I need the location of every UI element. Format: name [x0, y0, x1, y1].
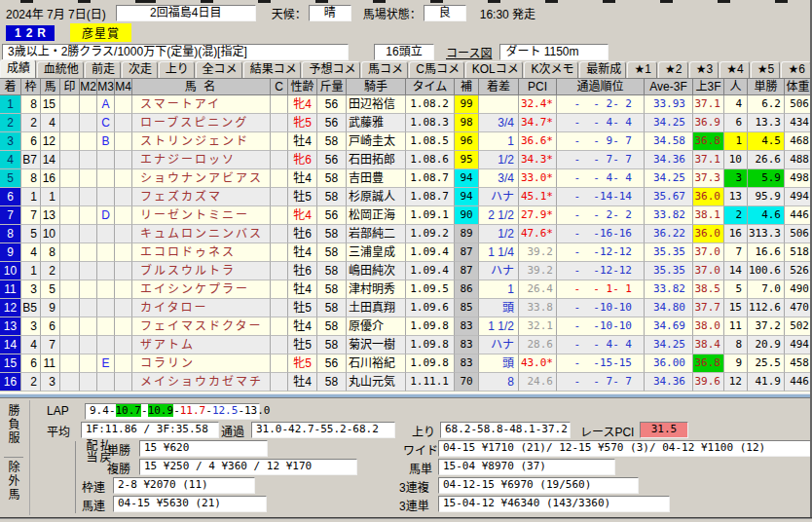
cell-mark-m3 [97, 151, 115, 169]
tab-8[interactable]: 予想コメ [302, 61, 360, 78]
cell-mark-m4 [115, 225, 132, 243]
table-row[interactable]: 4B714エナジーロッソ牝656石田拓郎1.08.6951/234.3*- - … [0, 151, 812, 169]
cell-pci: 28.6 [519, 336, 557, 354]
cell-weight-carried: 56 [317, 151, 347, 169]
cell-popularity: 9 [724, 354, 748, 373]
cell-finish-position: 2 [0, 114, 21, 132]
cell-mark-m2 [80, 95, 97, 114]
tab-3[interactable]: 前走 [85, 61, 121, 78]
cell-jockey-name: 田辺裕信 [347, 95, 406, 114]
cell-win-odds: 26.6 [748, 151, 785, 169]
col-header-mark: 印 [60, 79, 80, 95]
table-row[interactable]: 3612Bストリンジェンド牡458戸崎圭太1.08.596136.6*- - 9… [0, 132, 812, 151]
cell-last-3f: 37.1 [693, 95, 724, 114]
cell-margin: 1 1/2 [479, 317, 519, 336]
cell-margin: 1 1/4 [479, 243, 519, 262]
cell-sex-age: 牡5 [288, 299, 317, 317]
cell-mark-m4 [115, 336, 132, 354]
cell-win-odds: 20.9 [748, 336, 785, 354]
cell-mark-m2 [80, 114, 97, 132]
col-header-finish-position: 着 [0, 79, 21, 95]
cell-horse-weight: 506 [785, 225, 812, 243]
table-row[interactable]: 15611Eコラリン牝556石川裕紀1.09.883頭43.0*- -15-15… [0, 354, 812, 373]
tab-17[interactable]: ★4 [720, 61, 750, 78]
table-row[interactable]: 1135エイシンケプラー牡458津村明秀1.09.586126.4- - 1- … [0, 280, 812, 299]
vertical-tab-excluded[interactable]: 除外馬 [6, 461, 21, 502]
table-row[interactable]: 1012ブルスウルトラ牡658嶋田純次1.09.487ハナ39.2- -12-1… [0, 262, 812, 280]
cell-ave-3f: 33.82 [645, 280, 693, 299]
lap-values: 9.4-10.7-10.9-11.7-12.5-13.0 [85, 403, 260, 420]
table-row[interactable]: 1336フェイマスドクター牡458原優介1.09.8831 1/232.1- -… [0, 317, 812, 336]
tab-5[interactable]: 上り [159, 61, 195, 78]
cell-jockey-name: 津村明秀 [347, 280, 406, 299]
cell-mark [60, 373, 80, 392]
tab-14[interactable]: ★1 [627, 61, 657, 78]
table-row[interactable]: 8510キュムロンニンバス牡658岩部純二1.09.2891/247.6*- -… [0, 225, 812, 243]
cell-frame-number: 8 [21, 169, 41, 188]
col-header-finish-time: タイム [406, 79, 455, 95]
cell-horse-weight: 446 [785, 373, 812, 392]
win-payout: 15 ¥620 [139, 440, 268, 457]
tab-9[interactable]: 馬コメ [361, 61, 408, 78]
table-row[interactable]: 948エコロドゥネス牡458三浦皇成1.09.4871 1/439.2- -12… [0, 243, 812, 262]
tab-2[interactable]: 血統他 [37, 61, 84, 78]
vertical-tab-silks[interactable]: 勝負服 [6, 404, 21, 445]
meeting-box: 2回福島4日目 [116, 5, 256, 21]
exacta-label: 馬単 [409, 460, 432, 476]
table-row[interactable]: 12B59カイタロー牡558土田真翔1.09.685頭33.8- -10-103… [0, 299, 812, 317]
cell-mark-m3 [97, 225, 115, 243]
col-header-speed-index: 補 [455, 79, 479, 95]
tab-16[interactable]: ★3 [689, 61, 720, 78]
tab-11[interactable]: KOLコメ [465, 61, 524, 78]
course-map-link[interactable]: コース図 [446, 44, 492, 60]
cell-mark-m2 [80, 262, 97, 280]
cell-finish-position: 6 [0, 188, 21, 206]
cell-popularity: 11 [724, 317, 748, 336]
cell-mark-m2 [80, 206, 97, 225]
table-row[interactable]: 5816ショウナンアビアス牡458吉田豊1.08.7943/433.0*- - … [0, 169, 812, 188]
table-row[interactable]: 1447ザアトム牡558菊沢一樹1.09.883ハナ28.6- - 4- 434… [0, 336, 812, 354]
passing-value: 31.0-42.7-55.2-68.2 [251, 422, 395, 438]
cell-mark-m4 [115, 151, 132, 169]
cell-passing-order: - - 4- 4 [557, 169, 645, 188]
table-row[interactable]: 224Cローブスピニング牝556武藤雅1.08.3983/434.7*- - 4… [0, 114, 812, 132]
cell-speed-index: 83 [455, 336, 479, 354]
cell-last-3f: 36.0 [693, 188, 724, 206]
tab-7[interactable]: 結果コメ [243, 61, 302, 78]
tab-19[interactable]: ★6 [781, 61, 811, 78]
cell-mark-m2 [80, 317, 97, 336]
cell-c-flag [271, 317, 288, 336]
table-row[interactable]: 1623メイショウカゼマチ牡458丸山元気1.11.170824.6- - 7-… [0, 373, 812, 392]
cell-mark-m4 [115, 243, 132, 262]
cell-horse-name: ローブスピニング [132, 114, 271, 132]
cell-margin: 2 1/2 [479, 206, 519, 225]
tab-13[interactable]: 最新成 [579, 61, 626, 78]
passing-label: 通過 [221, 423, 244, 439]
tab-15[interactable]: ★2 [658, 61, 688, 78]
cell-horse-weight: 502 [785, 317, 812, 336]
tab-12[interactable]: K次メモ [524, 61, 578, 78]
tab-1[interactable]: 成績 [0, 59, 36, 78]
cell-mark-m4 [115, 188, 132, 206]
table-row[interactable]: 1815Aスマートアイ牝456田辺裕信1.08.29932.4*- - 2- 2… [0, 95, 812, 114]
cell-win-odds: 112.6 [748, 299, 785, 317]
cell-mark-m3 [97, 280, 115, 299]
place-label: 複勝 [107, 460, 130, 476]
cell-horse-name: フェイマスドクター [132, 317, 271, 336]
cell-mark-m2 [80, 151, 97, 169]
tab-18[interactable]: ★5 [751, 61, 781, 78]
cell-speed-index: 85 [455, 299, 479, 317]
cell-pci: 32.1 [519, 317, 557, 336]
cell-jockey-name: 松岡正海 [347, 206, 406, 225]
field-size: 16頭立 [374, 44, 434, 60]
table-row[interactable]: 611フェズカズマ牡558杉原誠人1.08.794ハナ45.1*- -14-14… [0, 188, 812, 206]
tab-6[interactable]: 全コメ [196, 61, 242, 78]
quinella-label: 馬連 [82, 497, 105, 513]
header-row-race: 12R 彦星賞 [6, 24, 131, 41]
table-row[interactable]: 7713Dリーゼントミニー牝456松岡正海1.09.1902 1/227.9*-… [0, 206, 812, 225]
tab-4[interactable]: 次走 [122, 61, 158, 78]
cell-ave-3f: 35.67 [645, 188, 693, 206]
lap-segment: 9.4 [90, 404, 109, 417]
lap-segment: 11.7 [180, 404, 206, 417]
tab-10[interactable]: C馬コメ [409, 61, 463, 78]
